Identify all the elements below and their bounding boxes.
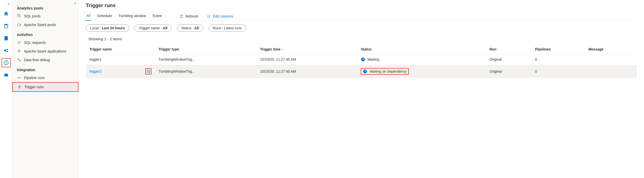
pipelines-cell: 0 [531,54,585,65]
results-table: Trigger name Trigger type Trigger time↑↓… [86,45,637,78]
message-cell [585,54,637,65]
collapse-panel-button[interactable]: « [74,1,76,5]
nav-trigger-runs[interactable]: Trigger runs [12,82,78,92]
side-panel: « Analytics pools SQL pools Apache Spark… [12,0,79,178]
edit-columns-button[interactable]: Edit columns [205,13,235,19]
integrate-icon[interactable] [2,46,11,55]
svg-rect-4 [5,73,7,74]
nav-pipeline-runs-label: Pipeline runs [24,76,45,80]
col-trigger-name[interactable]: Trigger name [86,45,155,54]
col-status[interactable]: Status [357,45,486,54]
col-trigger-time[interactable]: Trigger time↑↓ [256,45,357,54]
sort-icon: ↑↓ [282,48,285,51]
nav-sql-requests[interactable]: SQL requests [12,38,78,47]
filter-row: Local : Last 24 hours Trigger name : All… [86,24,637,32]
section-activities: Activities [12,29,78,38]
table-row[interactable]: trigger1 TumblingWindowTrig... 10/23/20,… [86,54,637,65]
refresh-button[interactable]: Refresh [178,13,200,19]
nav-spark-pools-label: Apache Spark pools [24,23,56,27]
tab-event[interactable]: Event [152,12,162,20]
trigger-type-cell: TumblingWindowTrig... [155,65,256,78]
nav-spark-apps[interactable]: Apache Spark applications [12,47,78,56]
cancel-icon[interactable] [145,68,151,74]
svg-rect-6 [18,24,20,26]
pipelines-cell: 0 [531,65,585,78]
edit-columns-label: Edit columns [213,14,233,18]
trigger-type-cell: TumblingWindowTrig... [155,54,256,65]
manage-icon[interactable] [2,70,11,80]
col-message[interactable]: Message [585,45,637,54]
message-cell [585,65,637,78]
icon-rail: » [0,0,12,178]
tab-schedule[interactable]: Schedule [97,12,112,20]
develop-icon[interactable] [2,34,11,43]
run-cell: Original [486,54,531,65]
filter-status[interactable]: Status : All [177,24,203,32]
svg-point-9 [18,78,18,78]
nav-trigger-runs-label: Trigger runs [25,85,44,89]
monitor-icon[interactable] [2,58,11,67]
col-run[interactable]: Run [486,45,531,54]
nav-sql-pools-label: SQL pools [24,14,41,18]
main-content: Trigger runs All Schedule Tumbling windo… [79,0,644,178]
svg-point-0 [4,24,8,26]
run-cell: Original [486,65,531,78]
trigger-time-cell: 10/23/20, 11:27:45 AM [256,54,357,65]
data-icon[interactable] [2,21,11,31]
nav-sql-pools[interactable]: SQL pools [12,12,78,20]
status-cell: Waiting on dependency [361,68,409,75]
expand-rail-button[interactable]: » [8,2,10,6]
nav-spark-pools[interactable]: Apache Spark pools [12,20,78,29]
col-trigger-type[interactable]: Trigger type [155,45,256,54]
section-integration: Integration [12,64,78,73]
trigger-time-cell: 10/23/20, 11:27:45 AM [256,65,357,78]
result-count: Showing 1 - 2 items [86,37,637,41]
svg-rect-3 [4,74,8,76]
home-icon[interactable] [2,9,11,18]
tab-row: All Schedule Tumbling window Event Refre… [86,12,637,21]
status-cell: Waiting [361,57,482,62]
filter-runs[interactable]: Runs : Latest runs [208,24,246,32]
trigger-name-cell[interactable]: trigger2 [89,69,101,73]
tab-tumbling-window[interactable]: Tumbling window [118,12,147,20]
tab-all[interactable]: All [86,12,91,21]
refresh-label: Refresh [185,14,198,18]
nav-data-flow-debug[interactable]: Data flow debug [12,56,78,64]
nav-spark-apps-label: Apache Spark applications [24,49,66,53]
nav-sql-requests-label: SQL requests [24,41,46,45]
separator [170,13,170,20]
nav-pipeline-runs[interactable]: Pipeline runs [12,73,78,82]
svg-point-10 [20,78,21,78]
table-row[interactable]: trigger2 TumblingWindowTrig... 10/23/20,… [86,65,637,78]
nav-data-flow-debug-label: Data flow debug [24,58,50,62]
clock-icon [363,69,367,74]
col-pipelines[interactable]: Pipelines [531,45,585,54]
svg-rect-1 [4,36,8,41]
filter-local[interactable]: Local : Last 24 hours [86,24,129,32]
svg-point-5 [18,15,20,16]
section-analytics-pools: Analytics pools [12,3,78,12]
trigger-name-cell: trigger1 [89,57,101,61]
page-title: Trigger runs [86,3,637,8]
filter-trigger-name[interactable]: Trigger name : All [134,24,172,32]
clock-icon [361,57,365,62]
